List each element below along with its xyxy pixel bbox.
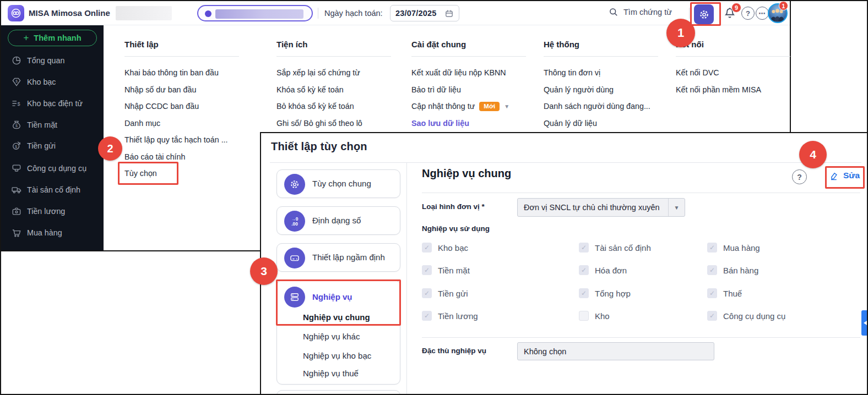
sidebar-item-tong-quan[interactable]: Tổng quan	[1, 53, 104, 68]
more-options-button[interactable]: ⋯	[756, 7, 769, 20]
menu-item[interactable]: Nhập CCDC ban đầu	[124, 98, 273, 115]
posting-date-field[interactable]: 23/07/2025	[390, 5, 459, 21]
menu-item[interactable]: Nhập số dư ban đầu	[124, 81, 273, 98]
blurred-status-pill[interactable]	[197, 5, 313, 21]
module-tien-luong: ✓ Tiền lương	[422, 310, 478, 321]
checkbox[interactable]: ✓	[579, 265, 589, 275]
menu-item[interactable]: Khai báo thông tin ban đầu	[124, 64, 273, 81]
module-tong-hop: ✓ Tổng hợp	[579, 288, 631, 299]
sidebar-item-kho-bac-dien-tu[interactable]: $ Kho bạc điện tử	[1, 96, 104, 111]
collapse-panel-tab[interactable]	[861, 310, 868, 336]
search-icon	[608, 7, 619, 18]
checkbox[interactable]: ✓	[422, 288, 432, 298]
unit-type-value: Đơn vị SNCL tự chủ chi thường xuyên	[518, 203, 668, 212]
checkbox[interactable]: ✓	[707, 288, 717, 298]
content-heading: Nghiệp vụ chung	[422, 167, 511, 180]
annotation-step-4: 4	[799, 141, 827, 168]
menu-item-label: Cập nhật thông tư	[411, 102, 475, 111]
menu-item[interactable]: Quản lý người dùng	[544, 81, 673, 98]
help-button[interactable]: ?	[792, 169, 807, 184]
modules-label: Nghiệp vụ sử dụng	[422, 224, 490, 233]
annotation-step-1: 1	[666, 19, 695, 47]
menu-item[interactable]: Ghi sổ/ Bỏ ghi sổ theo lô	[276, 115, 406, 132]
cash-icon: $	[11, 119, 22, 130]
notifications-bell-button[interactable]: 9	[723, 6, 738, 21]
sidebar-item-kho-bac[interactable]: $ Kho bạc	[1, 74, 104, 90]
quick-add-button[interactable]: + Thêm nhanh	[8, 30, 97, 46]
sidebar-item-tien-mat[interactable]: $ Tiền mặt	[1, 117, 104, 133]
overview-pie-icon	[11, 55, 22, 66]
notification-count-badge: 9	[731, 3, 741, 13]
modal-nav-nghiep-vu-kho-bac[interactable]: Nghiệp vụ kho bạc	[303, 351, 371, 360]
deposit-icon: $	[11, 140, 22, 151]
menu-item[interactable]: Bỏ khóa sổ kỳ kế toán	[276, 98, 406, 115]
modal-nav-nghiep-vu-thue[interactable]: Nghiệp vụ thuế	[303, 369, 359, 378]
modal-title: Thiết lập tùy chọn	[271, 140, 367, 153]
module-cong-cu-dung-cu: ✓ Công cụ dụng cụ	[707, 310, 785, 321]
annotation-box-step2	[118, 162, 178, 185]
special-ops-field[interactable]: Không chọn	[517, 342, 714, 360]
checkbox[interactable]: ✓	[707, 311, 717, 321]
number-format-icon: →0.00	[284, 211, 305, 232]
sidebar-item-tai-san-co-dinh[interactable]: Tài sản cố định	[1, 182, 104, 198]
module-mua-hang: ✓ Mua hàng	[707, 242, 760, 253]
sidebar-item-cong-cu-dung-cu[interactable]: Công cụ dụng cụ	[1, 161, 104, 176]
menu-column-ket-noi: Kết nối Kết nối DVC Kết nối phần mềm MIS…	[676, 40, 780, 98]
menu-item[interactable]: Kết nối DVC	[676, 64, 780, 81]
sidebar-item-tien-luong[interactable]: Tiền lương	[1, 204, 104, 219]
modal-nav-dinh-dang-so[interactable]: →0.00 Định dạng số	[276, 206, 400, 235]
annotation-step-2: 2	[98, 136, 122, 161]
svg-text:→0: →0	[291, 217, 299, 222]
menu-item[interactable]: Khóa sổ kỳ kế toán	[276, 81, 406, 98]
gear-icon	[284, 174, 305, 195]
special-ops-label: Đặc thù nghiệp vụ	[422, 347, 486, 355]
checkbox[interactable]: ✓	[422, 243, 432, 253]
menu-item[interactable]: Quản lý dữ liệu	[544, 115, 673, 132]
svg-text:$: $	[15, 124, 18, 128]
checkbox[interactable]: ✓	[422, 311, 432, 321]
menu-column-title: Thiết lập	[124, 40, 273, 52]
options-modal: Thiết lập tùy chọn Tùy chọn chung →0.00 …	[260, 132, 868, 395]
modal-nav-tuy-chon-chung[interactable]: Tùy chọn chung	[276, 169, 400, 198]
payroll-briefcase-icon	[11, 206, 22, 217]
menu-item[interactable]: Danh mục	[124, 115, 273, 132]
checkbox[interactable]: ✓	[579, 311, 589, 321]
modal-nav-nghiep-vu-khac[interactable]: Nghiệp vụ khác	[303, 332, 360, 341]
svg-text:$: $	[18, 101, 20, 107]
modal-nav-partial-card[interactable]	[276, 390, 400, 395]
menu-item-sao-luu[interactable]: Sao lưu dữ liệu	[411, 115, 544, 132]
sidebar-item-mua-hang[interactable]: Mua hàng	[1, 225, 104, 240]
sidebar-item-tien-gui[interactable]: $ Tiền gửi	[1, 138, 104, 153]
quick-add-label: Thêm nhanh	[34, 34, 81, 42]
check-icon: ✓	[709, 244, 715, 251]
menu-item-cap-nhat-thong-tu[interactable]: Cập nhật thông tư Mới ▼	[411, 98, 544, 115]
menu-item[interactable]: Danh sách người dùng đang...	[544, 98, 673, 115]
menu-column-he-thong: Hệ thống Thông tin đơn vị Quản lý người …	[544, 40, 673, 131]
checkbox[interactable]: ✓	[579, 243, 589, 253]
unit-type-label: Loại hình đơn vị *	[422, 202, 485, 211]
find-voucher-label: Tìm chứng từ	[623, 8, 672, 17]
unit-type-select[interactable]: Đơn vị SNCL tự chủ chi thường xuyên ▼	[517, 198, 685, 217]
menu-item[interactable]: Kết nối phần mềm MISA	[676, 81, 780, 98]
help-button[interactable]: ?	[741, 7, 755, 20]
menu-column-title: Hệ thống	[544, 40, 673, 52]
modal-nav-thiet-lap-ngam-dinh[interactable]: Thiết lập ngầm định	[276, 243, 400, 272]
divider	[544, 56, 658, 57]
purchase-cart-icon	[11, 227, 22, 238]
find-voucher-button[interactable]: Tìm chứng từ	[608, 7, 672, 18]
checkbox[interactable]: ✓	[707, 265, 717, 275]
blurred-pill-content	[215, 9, 303, 19]
chevron-down-icon: ▼	[504, 103, 509, 109]
check-icon: ✓	[424, 244, 430, 251]
menu-item[interactable]: Thiết lập quy tắc hạch toán ...	[124, 131, 273, 149]
menu-item[interactable]: Sắp xếp lại số chứng từ	[276, 64, 406, 81]
menu-item[interactable]: Kết xuất dữ liệu nộp KBNN	[411, 64, 544, 81]
module-hoa-don: ✓ Hóa đơn	[579, 265, 627, 276]
checkbox[interactable]: ✓	[707, 243, 717, 253]
menu-item[interactable]: Bảo trì dữ liệu	[411, 81, 544, 98]
ellipsis-icon: ⋯	[758, 9, 766, 18]
checkbox[interactable]: ✓	[579, 288, 589, 298]
checkbox[interactable]: ✓	[422, 265, 432, 275]
misa-logo-icon[interactable]	[8, 5, 24, 21]
menu-item[interactable]: Thông tin đơn vị	[544, 64, 673, 81]
